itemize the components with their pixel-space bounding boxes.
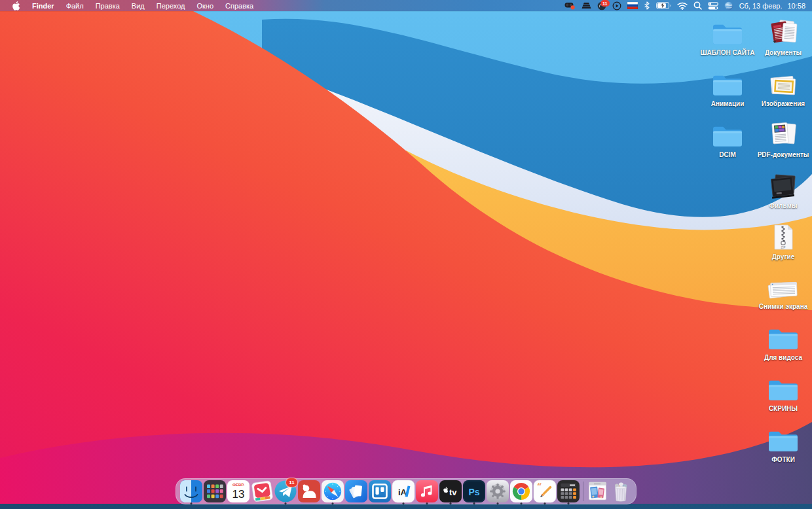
wifi-icon[interactable]	[677, 0, 688, 11]
menu-вид[interactable]: Вид	[126, 2, 151, 10]
macos-desktop: FinderФайлПравкаВидПереходОкноСправка 11…	[0, 0, 812, 509]
running-indicator	[521, 502, 523, 504]
dock-item-calendar[interactable]: ФЕВР. 13	[227, 479, 250, 504]
globe-app-icon[interactable]	[724, 0, 733, 11]
desktop-icon-pdf[interactable]: PDF-документы	[756, 120, 811, 158]
desktop-icon-label: Фильмы	[756, 202, 811, 209]
desktop-icon-docs[interactable]: Документы	[756, 18, 811, 56]
pdf-icon	[756, 120, 811, 149]
dock-item-system-preferences[interactable]	[486, 479, 509, 504]
clock-date: Сб, 13 февр.	[739, 2, 783, 10]
desktop-icon-zip[interactable]: ZIPДругие	[756, 222, 811, 260]
menu-bar-status: 11 Сб, 13 февр. 10:58	[564, 0, 812, 11]
svg-text:13: 13	[232, 488, 245, 500]
dock-item-safari[interactable]	[321, 479, 344, 504]
music-icon	[415, 480, 439, 503]
clock-time: 10:58	[787, 2, 805, 10]
dock-item-apple-tv[interactable]: tv	[439, 479, 462, 504]
menu-правка[interactable]: Правка	[90, 2, 126, 10]
desktop-icon-label: Анимации	[700, 100, 755, 107]
apple-menu-icon[interactable]	[7, 0, 26, 11]
screenshot-file-icon	[585, 480, 609, 503]
folder-icon	[700, 120, 755, 149]
battery-charging-icon[interactable]	[656, 0, 671, 11]
running-indicator	[473, 502, 475, 504]
docs-icon	[756, 18, 811, 47]
dock-item-trash-full[interactable]	[609, 479, 633, 504]
running-indicator	[426, 502, 428, 504]
dock-item-finder[interactable]	[179, 479, 203, 504]
big-sur-wallpaper	[0, 0, 812, 509]
desktop-icon-label: Документы	[756, 49, 811, 56]
folder-icon	[756, 425, 811, 454]
calendar-icon: ФЕВР. 13	[227, 480, 250, 503]
trello-icon	[368, 480, 392, 503]
menu-окно[interactable]: Окно	[191, 2, 219, 10]
menu-finder[interactable]: Finder	[26, 2, 60, 10]
notification-app-icon[interactable]: 11	[597, 0, 606, 11]
pages-icon: “	[533, 480, 557, 503]
desktop-icon-movies[interactable]: Фильмы	[756, 171, 811, 209]
safari-icon	[321, 480, 344, 503]
menu-bar-left: FinderФайлПравкаВидПереходОкноСправка	[0, 0, 259, 11]
folder-icon	[700, 18, 755, 47]
dock-item-paper[interactable]	[344, 479, 368, 504]
running-indicator	[497, 502, 499, 504]
desktop-icon-folder[interactable]: СКРИНЫ	[756, 374, 811, 412]
menu-bar: FinderФайлПравкаВидПереходОкноСправка 11…	[0, 0, 812, 11]
dock-item-bear[interactable]	[297, 479, 321, 504]
dock-item-trello[interactable]	[368, 479, 392, 504]
apple-tv-icon: tv	[439, 480, 462, 503]
folder-icon	[756, 323, 811, 352]
photoshop-icon: Ps	[462, 480, 486, 503]
desktop-icon-folder[interactable]: Анимации	[700, 69, 755, 107]
desktop-icon-label: Снимки экрана	[756, 303, 811, 310]
desktop-icon-folder[interactable]: Для видоса	[756, 323, 811, 361]
running-indicator	[191, 502, 193, 504]
bluetooth-icon[interactable]	[644, 0, 650, 11]
svg-text:Ps: Ps	[468, 487, 479, 497]
svg-text:“: “	[537, 482, 542, 491]
play-circle-icon[interactable]	[612, 0, 621, 11]
zip-icon: ZIP	[756, 222, 811, 251]
dock-item-ia-writer[interactable]: iA	[392, 479, 415, 504]
control-center-icon[interactable]	[708, 0, 718, 11]
launchpad-icon	[203, 480, 227, 503]
desktop-icon-images[interactable]: Изображения	[756, 69, 811, 107]
dock-item-telegram[interactable]: 11	[274, 479, 297, 504]
menu-bar-clock[interactable]: Сб, 13 февр. 10:58	[739, 2, 805, 10]
running-indicator	[332, 502, 334, 504]
pocket-icon	[250, 480, 274, 503]
dock-item-photoshop[interactable]: Ps	[462, 479, 486, 504]
dock: ФЕВР. 13 11 iA tv Ps “	[175, 478, 637, 504]
menu-файл[interactable]: Файл	[60, 2, 90, 10]
dock-item-launchpad[interactable]	[203, 479, 227, 504]
input-language-flag-ru-icon[interactable]	[627, 0, 638, 11]
running-indicator	[450, 502, 452, 504]
desktop-icon-shots[interactable]: Снимки экрана	[756, 272, 811, 310]
dock-item-pocket[interactable]	[250, 479, 274, 504]
notification-badge: 11	[600, 0, 610, 7]
dock-item-calculator[interactable]	[557, 479, 580, 504]
desktop-icon-label: DCIM	[700, 151, 755, 158]
desktop-icon-folder[interactable]: ФОТКИ	[756, 425, 811, 463]
calculator-icon	[557, 480, 580, 503]
shots-icon	[756, 272, 811, 301]
running-indicator	[544, 502, 546, 504]
desktop-icon-label: ШАБЛОН САЙТА	[700, 49, 755, 56]
stacked-windows-icon[interactable]	[581, 0, 591, 11]
screen-recorder-icon[interactable]	[564, 0, 576, 11]
spotlight-search-icon[interactable]	[693, 0, 702, 11]
menu-переход[interactable]: Переход	[151, 2, 191, 10]
dock-item-pages[interactable]: “	[533, 479, 557, 504]
menu-справка[interactable]: Справка	[219, 2, 259, 10]
trash-full-icon	[609, 480, 633, 503]
svg-text:ФЕВР.: ФЕВР.	[232, 483, 245, 487]
desktop-icon-folder[interactable]: ШАБЛОН САЙТА	[700, 18, 755, 56]
desktop-icon-folder[interactable]: DCIM	[700, 120, 755, 158]
dock-item-music[interactable]	[415, 479, 439, 504]
dock-item-chrome[interactable]	[509, 479, 533, 504]
desktop-icon-label: СКРИНЫ	[756, 405, 811, 412]
dock-item-screenshot-file[interactable]	[585, 479, 609, 504]
images-icon	[756, 69, 811, 98]
